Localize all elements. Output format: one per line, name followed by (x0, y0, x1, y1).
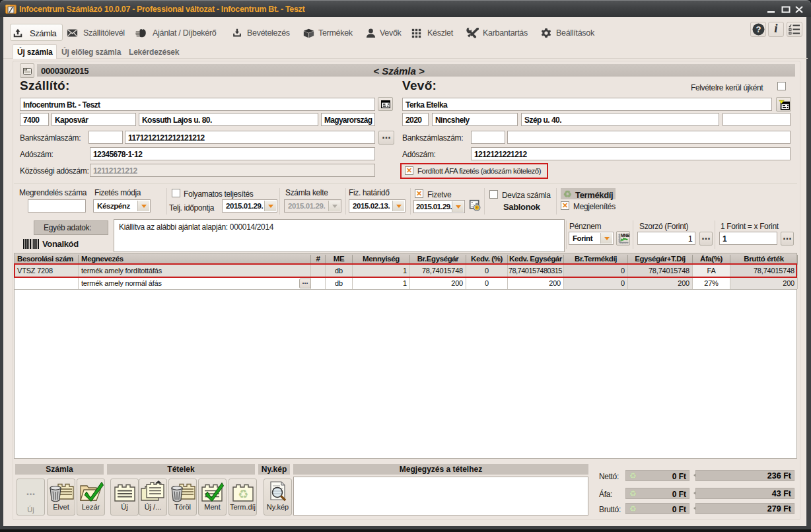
svg-text:MNB: MNB (621, 233, 629, 238)
svg-text:♻: ♻ (238, 488, 248, 501)
